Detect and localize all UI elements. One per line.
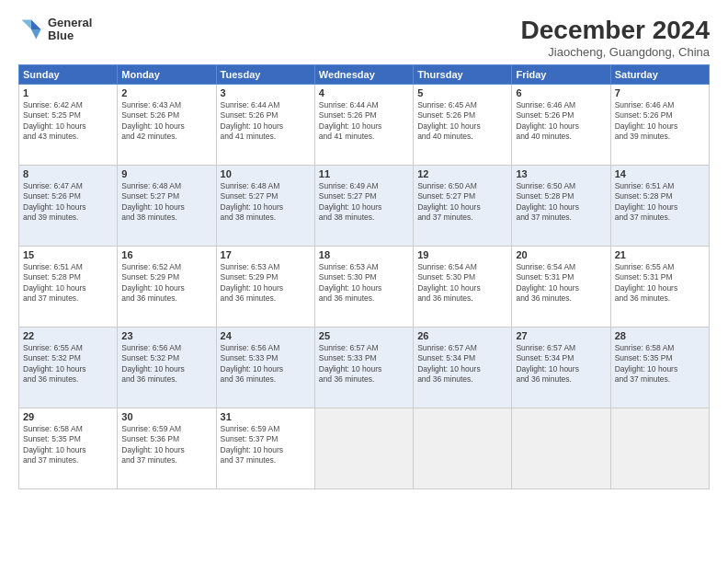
table-row xyxy=(414,408,512,488)
svg-marker-0 xyxy=(31,20,41,30)
page: General Blue December 2024 Jiaocheng, Gu… xyxy=(0,0,728,563)
header-monday: Monday xyxy=(118,64,216,84)
header-wednesday: Wednesday xyxy=(314,64,413,84)
table-row: 31 Sunrise: 6:59 AMSunset: 5:37 PMDaylig… xyxy=(216,408,314,488)
table-row: 2 Sunrise: 6:43 AMSunset: 5:26 PMDayligh… xyxy=(118,84,216,165)
header-thursday: Thursday xyxy=(414,64,512,84)
table-row: 15 Sunrise: 6:51 AMSunset: 5:28 PMDaylig… xyxy=(19,246,118,327)
table-row: 24 Sunrise: 6:56 AMSunset: 5:33 PMDaylig… xyxy=(216,327,314,408)
table-row: 26 Sunrise: 6:57 AMSunset: 5:34 PMDaylig… xyxy=(414,327,512,408)
calendar-row: 15 Sunrise: 6:51 AMSunset: 5:28 PMDaylig… xyxy=(19,246,710,327)
table-row xyxy=(512,408,610,488)
svg-marker-2 xyxy=(22,20,32,30)
header-saturday: Saturday xyxy=(610,64,709,84)
table-row: 7 Sunrise: 6:46 AMSunset: 5:26 PMDayligh… xyxy=(610,84,709,165)
table-row: 1 Sunrise: 6:42 AMSunset: 5:25 PMDayligh… xyxy=(19,84,118,165)
location: Jiaocheng, Guangdong, China xyxy=(521,45,710,59)
weekday-header-row: Sunday Monday Tuesday Wednesday Thursday… xyxy=(19,64,710,84)
table-row: 8 Sunrise: 6:47 AMSunset: 5:26 PMDayligh… xyxy=(19,165,118,246)
table-row: 17 Sunrise: 6:53 AMSunset: 5:29 PMDaylig… xyxy=(216,246,314,327)
table-row: 4 Sunrise: 6:44 AMSunset: 5:26 PMDayligh… xyxy=(314,84,413,165)
header-tuesday: Tuesday xyxy=(216,64,314,84)
table-row: 29 Sunrise: 6:58 AMSunset: 5:35 PMDaylig… xyxy=(19,408,118,488)
table-row: 27 Sunrise: 6:57 AMSunset: 5:34 PMDaylig… xyxy=(512,327,610,408)
calendar-table: Sunday Monday Tuesday Wednesday Thursday… xyxy=(18,64,710,489)
logo: General Blue xyxy=(18,17,92,43)
table-row: 13 Sunrise: 6:50 AMSunset: 5:28 PMDaylig… xyxy=(512,165,610,246)
table-row: 12 Sunrise: 6:50 AMSunset: 5:27 PMDaylig… xyxy=(414,165,512,246)
table-row: 18 Sunrise: 6:53 AMSunset: 5:30 PMDaylig… xyxy=(314,246,413,327)
calendar-row: 8 Sunrise: 6:47 AMSunset: 5:26 PMDayligh… xyxy=(19,165,710,246)
logo-icon xyxy=(18,17,44,42)
table-row: 20 Sunrise: 6:54 AMSunset: 5:31 PMDaylig… xyxy=(512,246,610,327)
calendar-row: 22 Sunrise: 6:55 AMSunset: 5:32 PMDaylig… xyxy=(19,327,710,408)
table-row: 5 Sunrise: 6:45 AMSunset: 5:26 PMDayligh… xyxy=(414,84,512,165)
table-row: 16 Sunrise: 6:52 AMSunset: 5:29 PMDaylig… xyxy=(118,246,216,327)
table-row xyxy=(610,408,709,488)
header-sunday: Sunday xyxy=(19,64,118,84)
table-row: 11 Sunrise: 6:49 AMSunset: 5:27 PMDaylig… xyxy=(314,165,413,246)
table-row xyxy=(314,408,413,488)
table-row: 23 Sunrise: 6:56 AMSunset: 5:32 PMDaylig… xyxy=(118,327,216,408)
table-row: 9 Sunrise: 6:48 AMSunset: 5:27 PMDayligh… xyxy=(118,165,216,246)
table-row: 22 Sunrise: 6:55 AMSunset: 5:32 PMDaylig… xyxy=(19,327,118,408)
table-row: 21 Sunrise: 6:55 AMSunset: 5:31 PMDaylig… xyxy=(610,246,709,327)
table-row: 19 Sunrise: 6:54 AMSunset: 5:30 PMDaylig… xyxy=(414,246,512,327)
title-block: December 2024 Jiaocheng, Guangdong, Chin… xyxy=(521,17,710,59)
header: General Blue December 2024 Jiaocheng, Gu… xyxy=(18,17,710,59)
table-row: 6 Sunrise: 6:46 AMSunset: 5:26 PMDayligh… xyxy=(512,84,610,165)
header-friday: Friday xyxy=(512,64,610,84)
table-row: 3 Sunrise: 6:44 AMSunset: 5:26 PMDayligh… xyxy=(216,84,314,165)
table-row: 10 Sunrise: 6:48 AMSunset: 5:27 PMDaylig… xyxy=(216,165,314,246)
calendar-row: 1 Sunrise: 6:42 AMSunset: 5:25 PMDayligh… xyxy=(19,84,710,165)
table-row: 28 Sunrise: 6:58 AMSunset: 5:35 PMDaylig… xyxy=(610,327,709,408)
table-row: 14 Sunrise: 6:51 AMSunset: 5:28 PMDaylig… xyxy=(610,165,709,246)
table-row: 30 Sunrise: 6:59 AMSunset: 5:36 PMDaylig… xyxy=(118,408,216,488)
table-row: 25 Sunrise: 6:57 AMSunset: 5:33 PMDaylig… xyxy=(314,327,413,408)
logo-text: General Blue xyxy=(48,17,92,43)
svg-marker-1 xyxy=(31,29,41,40)
calendar-row: 29 Sunrise: 6:58 AMSunset: 5:35 PMDaylig… xyxy=(19,408,710,488)
month-title: December 2024 xyxy=(521,17,710,45)
